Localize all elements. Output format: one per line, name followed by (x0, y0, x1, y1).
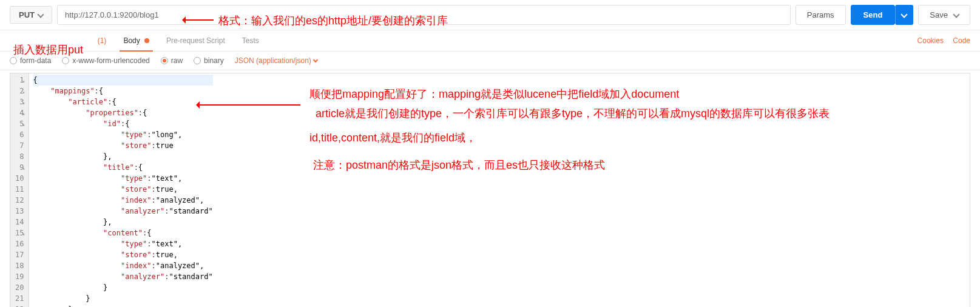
body-options: form-data x-www-form-urlencoded raw bina… (0, 52, 980, 70)
chevron-down-icon (37, 11, 44, 18)
request-bar: PUT Params Send Save (0, 0, 980, 30)
radio-icon (62, 57, 69, 64)
content-type-select[interactable]: JSON (application/json) (235, 56, 317, 65)
params-button[interactable]: Params (796, 5, 846, 25)
tab-headers[interactable]: Headers (1) (58, 30, 115, 51)
method-label: PUT (19, 10, 35, 19)
radio-formdata[interactable]: form-data (10, 56, 51, 65)
headers-count: (1) (98, 36, 107, 45)
radio-urlencoded[interactable]: x-www-form-urlencoded (62, 56, 149, 65)
chevron-down-icon (313, 58, 318, 62)
code-link[interactable]: Code (953, 36, 970, 45)
chevron-down-icon (901, 11, 908, 18)
radio-icon (10, 57, 17, 64)
right-links: Cookies Code (910, 36, 970, 45)
tabs-row: Headers (1) Body Pre-request Script Test… (0, 30, 980, 52)
radio-raw[interactable]: raw (161, 56, 183, 65)
send-button-group: Send (851, 5, 914, 25)
tab-body-label: Body (123, 36, 140, 45)
line-gutter: 1▾2▾3▾4▾5▾6789▾101112131415▾161718192021… (10, 73, 29, 307)
url-input[interactable] (57, 5, 791, 25)
chevron-down-icon (953, 11, 959, 18)
method-select[interactable]: PUT (10, 6, 52, 24)
send-button[interactable]: Send (851, 5, 896, 25)
save-label: Save (930, 10, 948, 19)
unsaved-dot-icon (144, 38, 149, 43)
send-dropdown-button[interactable] (895, 5, 913, 25)
cookies-link[interactable]: Cookies (917, 36, 944, 45)
radio-icon (194, 57, 201, 64)
arrow-icon (197, 104, 300, 106)
radio-binary[interactable]: binary (194, 56, 224, 65)
content-type-label: JSON (application/json) (235, 56, 311, 65)
save-button[interactable]: Save (918, 5, 970, 25)
radio-icon (161, 57, 168, 64)
code-content[interactable]: { "mappings":{ "article":{ "properties":… (29, 73, 216, 307)
tab-tests[interactable]: Tests (234, 30, 268, 51)
arrow-icon (183, 19, 214, 21)
code-editor[interactable]: 1▾2▾3▾4▾5▾6789▾101112131415▾161718192021… (10, 73, 970, 307)
tab-prerequest[interactable]: Pre-request Script (158, 30, 234, 51)
tab-body[interactable]: Body (115, 30, 158, 51)
